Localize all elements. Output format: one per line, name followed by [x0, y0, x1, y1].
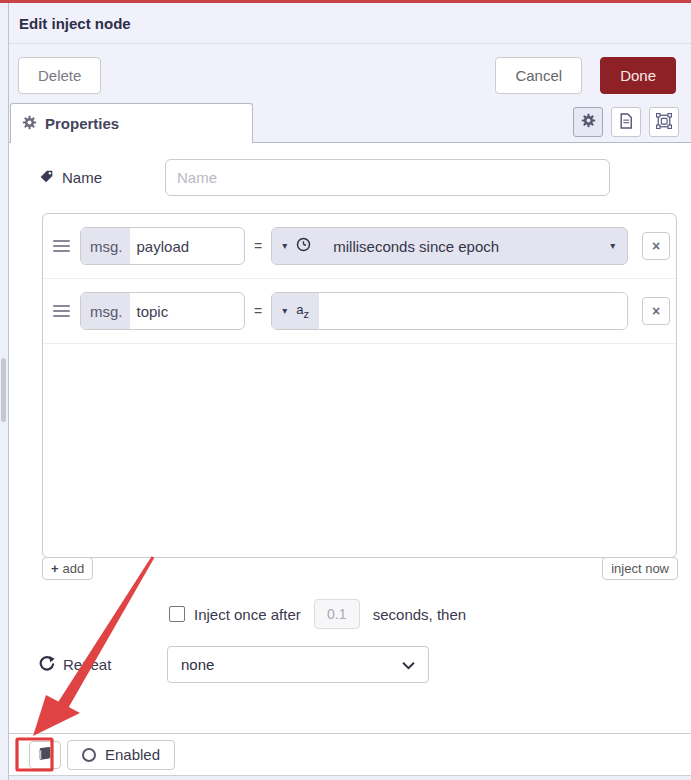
tab-properties-label: Properties	[45, 115, 119, 132]
property-row-payload: msg. payload = ▾	[43, 214, 676, 279]
cancel-button[interactable]: Cancel	[495, 57, 582, 94]
tag-icon	[39, 169, 54, 187]
gear-icon	[581, 113, 596, 131]
dialog-footer: Enabled	[9, 733, 691, 775]
tray-resize-handle[interactable]	[1, 358, 6, 422]
close-icon: ×	[652, 239, 660, 253]
topic-field-value: topic	[130, 293, 244, 329]
message-properties-list: msg. payload = ▾	[42, 213, 677, 558]
remove-property-button[interactable]: ×	[642, 297, 670, 325]
add-button-label: add	[63, 561, 85, 576]
window-top-accent-line	[0, 0, 691, 3]
equals-sign: =	[254, 303, 262, 319]
payload-field-value: payload	[130, 228, 244, 264]
caret-down-icon: ▾	[282, 306, 287, 316]
inject-once-label: Inject once after	[194, 606, 301, 623]
remove-property-button[interactable]: ×	[642, 232, 670, 260]
timestamp-clock-icon	[296, 237, 311, 256]
payload-type-label: milliseconds since epoch	[321, 228, 610, 264]
property-row-topic: msg. topic = ▾ az ×	[43, 279, 676, 344]
book-icon	[37, 745, 53, 764]
repeat-row: Repeat none	[39, 646, 691, 683]
edit-inject-node-dialog: Edit inject node Delete Cancel Done	[9, 3, 691, 780]
type-select-button[interactable]: ▾	[272, 228, 321, 264]
caret-down-icon: ▾	[282, 241, 287, 251]
repeat-label-group: Repeat	[39, 655, 167, 674]
editor-tabbar: Properties	[9, 103, 691, 143]
add-property-button[interactable]: + add	[42, 557, 93, 580]
inject-once-checkbox[interactable]	[169, 606, 185, 622]
close-icon: ×	[652, 304, 660, 318]
properties-panel: Name msg. payload = ▾	[9, 143, 691, 733]
inject-once-delay-input[interactable]	[314, 599, 360, 629]
topic-value-text-input[interactable]	[319, 293, 627, 329]
equals-sign: =	[254, 238, 262, 254]
delete-button[interactable]: Delete	[18, 57, 101, 94]
list-buttons-row: + add inject now	[42, 557, 678, 580]
repeat-refresh-icon	[39, 655, 55, 674]
chevron-down-icon	[402, 656, 415, 673]
name-label: Name	[62, 169, 102, 186]
tab-properties[interactable]: Properties	[10, 103, 253, 143]
name-label-group: Name	[39, 169, 165, 187]
document-icon	[619, 113, 633, 132]
enabled-status-circle-icon	[82, 748, 96, 762]
tab-action-buttons	[573, 107, 679, 137]
appearance-frame-icon	[656, 113, 672, 132]
type-select-button[interactable]: ▾ az	[272, 293, 319, 329]
payload-value-type-select[interactable]: ▾ milliseconds since epoch ▾	[271, 227, 628, 265]
plus-icon: +	[51, 561, 59, 576]
enabled-label: Enabled	[105, 746, 160, 763]
topic-value-input[interactable]: ▾ az	[271, 292, 628, 330]
topic-property-input[interactable]: msg. topic	[80, 292, 245, 330]
done-button[interactable]: Done	[600, 57, 676, 94]
appearance-tab-button[interactable]	[649, 107, 679, 137]
string-type-icon: az	[296, 303, 309, 320]
repeat-label: Repeat	[63, 656, 111, 673]
drag-handle-icon[interactable]	[53, 302, 70, 320]
inject-once-row: Inject once after seconds, then	[169, 599, 691, 629]
name-row: Name	[39, 159, 691, 196]
caret-down-icon[interactable]: ▾	[610, 241, 615, 251]
payload-property-input[interactable]: msg. payload	[80, 227, 245, 265]
dialog-bottom-edge	[9, 775, 691, 780]
inject-now-label: inject now	[611, 561, 669, 576]
properties-tab-button[interactable]	[573, 107, 603, 137]
name-input[interactable]	[165, 159, 610, 196]
tray-resize-edge[interactable]	[0, 3, 9, 780]
dialog-title: Edit inject node	[19, 15, 131, 32]
dialog-header: Edit inject node	[9, 3, 691, 44]
inject-once-suffix: seconds, then	[373, 606, 466, 623]
gear-icon	[22, 115, 37, 133]
description-tab-button[interactable]	[611, 107, 641, 137]
dialog-toolbar: Delete Cancel Done	[9, 44, 691, 103]
node-enabled-toggle[interactable]: Enabled	[67, 740, 175, 770]
repeat-select[interactable]: none	[167, 646, 429, 683]
msg-prefix: msg.	[81, 293, 130, 329]
repeat-selected-value: none	[181, 656, 214, 673]
node-description-book-button[interactable]	[29, 741, 61, 769]
msg-prefix: msg.	[81, 228, 130, 264]
drag-handle-icon[interactable]	[53, 237, 70, 255]
inject-now-button[interactable]: inject now	[602, 557, 678, 580]
